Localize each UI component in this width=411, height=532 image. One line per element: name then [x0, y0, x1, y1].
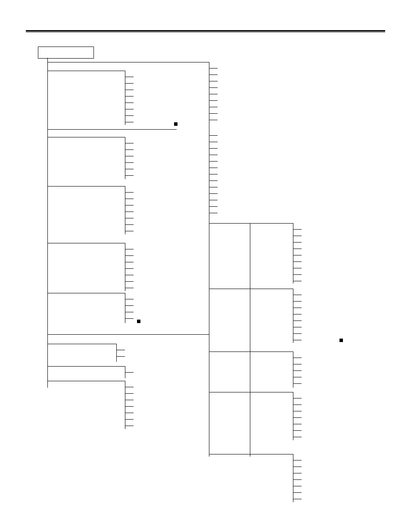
- marker-2: [174, 122, 177, 126]
- left-branch-0: [47, 62, 209, 62]
- left-comb-5: [125, 243, 134, 294]
- right-branch-2: [250, 352, 293, 352]
- left-branch-8: [47, 344, 116, 344]
- right-comb-2: [293, 352, 302, 390]
- left-branch-5: [47, 243, 125, 243]
- mid-stub-3: [209, 392, 250, 392]
- left-comb-6: [125, 293, 134, 325]
- header-rule-thin: [26, 32, 385, 32]
- spine-right: [250, 223, 250, 457]
- left-comb-9: [125, 366, 134, 379]
- left-branch-3: [47, 137, 125, 137]
- left-branch-6: [47, 293, 125, 293]
- left-comb-1: [125, 71, 134, 128]
- mid-comb-0: [209, 62, 218, 126]
- right-comb-1: [293, 289, 302, 346]
- left-comb-10: [125, 381, 134, 432]
- right-branch-3: [250, 392, 293, 392]
- right-branch-4: [250, 454, 293, 454]
- left-branch-4: [47, 186, 125, 187]
- right-comb-3: [293, 392, 302, 443]
- left-branch-7: [47, 334, 209, 335]
- mid-stub-4: [209, 454, 250, 454]
- right-comb-0: [293, 223, 302, 287]
- left-comb-8: [116, 344, 125, 363]
- mid-comb-1: [209, 129, 218, 219]
- left-branch-2: [47, 129, 177, 130]
- mid-stub-0: [209, 223, 250, 224]
- diagram-canvas: { "box": { "x": 88, "y": 108, "w": 128, …: [0, 0, 411, 532]
- left-comb-4: [125, 186, 134, 237]
- header-rule-thick: [26, 30, 385, 31]
- mid-stub-2: [209, 352, 250, 352]
- left-branch-9: [47, 366, 125, 367]
- right-branch-0: [250, 223, 293, 224]
- right-marker-1: [339, 339, 343, 342]
- root-box: [38, 47, 94, 59]
- right-branch-1: [250, 289, 293, 289]
- left-comb-3: [125, 137, 134, 182]
- left-branch-10: [47, 381, 125, 381]
- right-comb-4: [293, 454, 302, 505]
- spine-left: [47, 58, 48, 388]
- mid-stub-1: [209, 289, 250, 289]
- marker-7: [137, 320, 140, 323]
- left-branch-1: [47, 71, 125, 71]
